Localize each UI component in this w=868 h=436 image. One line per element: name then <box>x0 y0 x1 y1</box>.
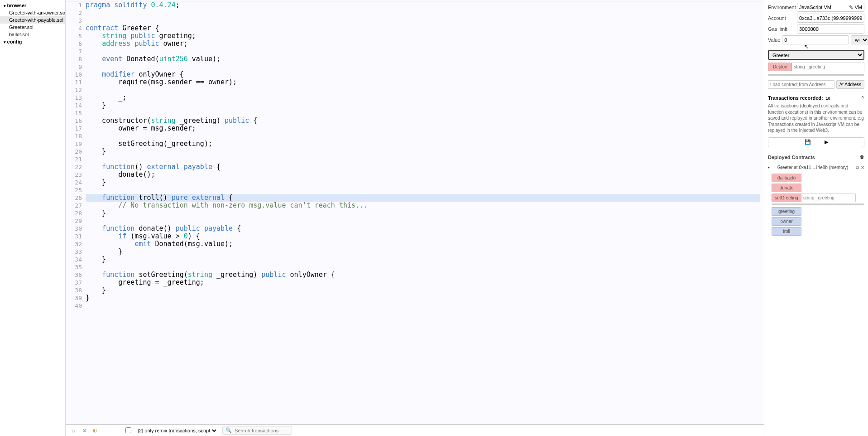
file-Greeter-with-payable.sol[interactable]: Greeter-with-payable.sol <box>0 16 65 24</box>
terminal-bar: ⌂ ⊘ ◐ [2] only remix transactions, scrip… <box>66 424 764 436</box>
deployed-contracts-label: Deployed Contracts <box>768 155 815 160</box>
clear-icon[interactable]: ⊘ <box>81 427 87 434</box>
line-number-gutter: 1234567891011121314151617181920212223242… <box>66 1 86 424</box>
value-input[interactable] <box>782 35 849 44</box>
save-tx-icon[interactable]: 💾 <box>805 139 811 145</box>
file-Greeter.sol[interactable]: Greeter.sol <box>0 24 65 31</box>
gaslimit-input[interactable] <box>797 24 864 34</box>
tx-search: 🔍 <box>222 426 292 435</box>
environment-select[interactable]: JavaScript VM <box>799 5 849 10</box>
fn-donate[interactable]: donate <box>772 184 801 192</box>
value-unit-select[interactable]: wei <box>851 35 868 44</box>
fn-troll[interactable]: troll <box>772 227 801 236</box>
tx-recorded-label: Transactions recorded: <box>768 95 823 101</box>
main-area: browser/Greeter.solbrowser/Greeter-with-… <box>66 0 764 436</box>
instance-name: Greeter at 0xa11...14e8b (memory) <box>772 165 854 170</box>
deployed-instances: ▾Greeter at 0xa11...14e8b (memory)⧉✕(fal… <box>768 163 864 236</box>
gaslimit-label: Gas limit <box>768 26 795 32</box>
tx-recorded-help: All transactions (deployed contracts and… <box>768 103 864 134</box>
deployed-instance: ▾Greeter at 0xa11...14e8b (memory)⧉✕(fal… <box>768 163 864 236</box>
deploy-button[interactable]: Deploy <box>768 63 792 71</box>
listen-checkbox[interactable] <box>125 427 131 433</box>
file-tree: browserGreeter-with-an-owner.solGreeter-… <box>0 0 66 436</box>
value-label: Value <box>768 37 780 43</box>
fn-input-setGreeting[interactable] <box>801 194 856 202</box>
progress-bar <box>768 74 864 76</box>
copy-address-icon[interactable]: ⧉ <box>856 165 859 170</box>
fn-fallback[interactable]: (fallback) <box>772 174 801 182</box>
pending-icon[interactable]: ◐ <box>92 427 98 434</box>
instance-collapse-icon[interactable]: ▾ <box>768 165 770 170</box>
mouse-cursor: ↖ <box>804 44 809 50</box>
vm-mode-indicator: ✎ VM <box>849 5 862 10</box>
at-address-button[interactable]: At Address <box>836 80 864 89</box>
deploy-param-input[interactable] <box>792 63 864 71</box>
account-label: Account <box>768 15 795 21</box>
code-editor[interactable]: 1234567891011121314151617181920212223242… <box>66 1 764 424</box>
tx-recorded-collapse-icon[interactable]: ⌃ <box>861 96 864 101</box>
clear-instances-icon[interactable]: 🗑 <box>860 155 864 160</box>
home-icon[interactable]: ⌂ <box>70 427 77 434</box>
file-Greeter-with-an-owner.sol[interactable]: Greeter-with-an-owner.sol <box>0 9 65 16</box>
search-icon: 🔍 <box>225 427 232 433</box>
tx-search-input[interactable] <box>235 428 289 433</box>
at-address-input[interactable] <box>768 80 834 89</box>
run-panel: Environment JavaScript VM ✎ VM Account G… <box>764 0 868 436</box>
tx-recorded-count: 10 <box>825 96 832 101</box>
code-body[interactable]: pragma solidity 0.4.24; contract Greeter… <box>86 1 764 424</box>
play-tx-icon[interactable]: ▶ <box>825 139 828 145</box>
fn-owner[interactable]: owner <box>772 217 801 226</box>
fn-greeting[interactable]: greeting <box>772 207 801 216</box>
remove-instance-icon[interactable]: ✕ <box>861 165 864 170</box>
environment-label: Environment <box>768 5 795 10</box>
folder-browser[interactable]: browser <box>0 2 65 9</box>
fn-setGreeting[interactable]: setGreeting <box>772 194 801 202</box>
contract-select[interactable]: Greeter <box>768 50 864 60</box>
folder-config[interactable]: config <box>0 38 65 45</box>
file-ballot.sol[interactable]: ballot.sol <box>0 31 65 38</box>
account-select[interactable] <box>797 14 864 23</box>
tx-filter-select[interactable]: [2] only remix transactions, script <box>136 427 218 434</box>
